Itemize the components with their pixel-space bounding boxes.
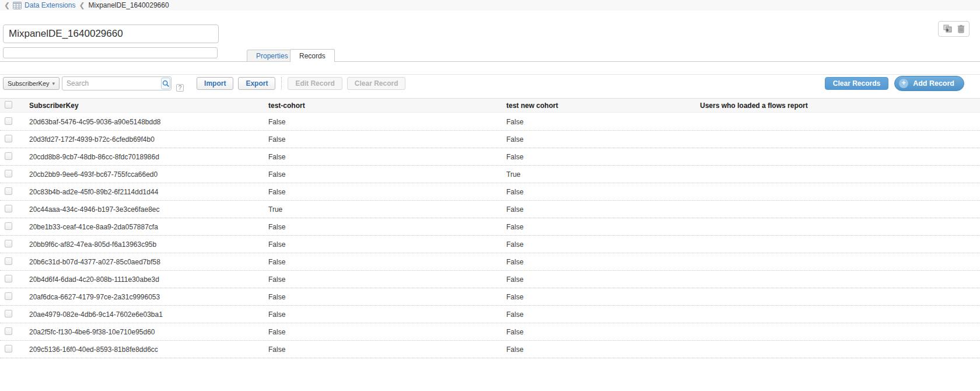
row-checkbox[interactable]: [5, 205, 12, 212]
add-record-label: Add Record: [913, 79, 954, 88]
plus-icon: +: [899, 79, 908, 88]
row-checkbox[interactable]: [5, 275, 12, 282]
help-icon[interactable]: ?: [176, 84, 184, 92]
select-all-checkbox[interactable]: [5, 101, 12, 109]
table-row[interactable]: 20c44aaa-434c-4946-b197-3e3ce6fae8ec Tru…: [0, 201, 980, 218]
cell-test-cohort: False: [262, 293, 501, 301]
row-checkbox[interactable]: [5, 345, 12, 352]
cell-subscriber-key: 20d63baf-5476-4c95-9036-a90e5148bdd8: [23, 118, 262, 126]
row-checkbox[interactable]: [5, 152, 12, 160]
export-button[interactable]: Export: [238, 77, 275, 90]
table-row[interactable]: 209c5136-16f0-40ed-8593-81b8fe8dd6cc Fal…: [0, 341, 980, 358]
table-row[interactable]: 20d3fd27-172f-4939-b72c-6cfedb69f4b0 Fal…: [0, 131, 980, 148]
cell-test-new-cohort: False: [501, 223, 694, 231]
cell-test-new-cohort: False: [501, 135, 694, 144]
column-header-test-cohort[interactable]: test-cohort: [262, 102, 501, 110]
search-icon: [162, 80, 170, 88]
row-checkbox[interactable]: [5, 292, 12, 300]
import-button[interactable]: Import: [197, 77, 233, 90]
cell-subscriber-key: 20ae4979-082e-4db6-9c14-7602e6e03ba1: [23, 310, 262, 319]
row-checkbox[interactable]: [5, 257, 12, 265]
column-header-flows-report[interactable]: Users who loaded a flows report: [694, 102, 980, 110]
row-checkbox[interactable]: [5, 222, 12, 230]
clear-records-button[interactable]: Clear Records: [825, 77, 888, 90]
search-input[interactable]: [62, 78, 161, 89]
extension-name-input[interactable]: [3, 25, 219, 43]
data-extension-records-page: ❮ Data Extensions ❮ MixpanelDE_164002966…: [0, 0, 980, 391]
cell-subscriber-key: 209c5136-16f0-40ed-8593-81b8fe8dd6cc: [23, 345, 262, 354]
cell-subscriber-key: 20a2f5fc-f130-4be6-9f38-10e710e95d60: [23, 328, 262, 336]
cell-subscriber-key: 20c83b4b-ad2e-45f0-89b2-6f2114dd1d44: [23, 188, 262, 196]
table-row[interactable]: 20be1b33-ceaf-41ce-8aa9-2da057887cfa Fal…: [0, 218, 980, 236]
row-checkbox[interactable]: [5, 327, 12, 335]
toolbar-right-group: Clear Records + Add Record: [825, 76, 977, 91]
copy-extension-icon[interactable]: [943, 25, 953, 33]
table-row[interactable]: 20a2f5fc-f130-4be6-9f38-10e710e95d60 Fal…: [0, 323, 980, 341]
cell-subscriber-key: 20d3fd27-172f-4939-b72c-6cfedb69f4b0: [23, 135, 262, 144]
edit-record-button[interactable]: Edit Record: [288, 77, 342, 90]
toolbar-separator: [281, 77, 282, 90]
search-field-dropdown[interactable]: SubscriberKey ▾: [3, 77, 60, 90]
row-checkbox[interactable]: [5, 170, 12, 177]
table-row[interactable]: 20bb9f6c-af82-47ea-805d-f6a13963c95b Fal…: [0, 236, 980, 253]
table-row[interactable]: 20c83b4b-ad2e-45f0-89b2-6f2114dd1d44 Fal…: [0, 183, 980, 201]
add-record-button[interactable]: + Add Record: [894, 76, 964, 91]
records-toolbar: SubscriberKey ▾ ? Import Export Edit Rec…: [3, 76, 977, 91]
row-checkbox[interactable]: [5, 117, 12, 125]
cell-test-cohort: False: [262, 135, 501, 144]
cell-test-new-cohort: False: [501, 240, 694, 249]
cell-subscriber-key: 20c44aaa-434c-4946-b197-3e3ce6fae8ec: [23, 205, 262, 214]
cell-test-new-cohort: False: [501, 310, 694, 319]
column-header-subscriber-key[interactable]: SubscriberKey: [23, 102, 262, 110]
data-extension-table-icon: [13, 2, 22, 9]
cell-subscriber-key: 20be1b33-ceaf-41ce-8aa9-2da057887cfa: [23, 223, 262, 231]
table-row[interactable]: 20cdd8b8-9cb7-48db-86cc-8fdc7018986d Fal…: [0, 148, 980, 166]
cell-test-cohort: False: [262, 275, 501, 284]
column-header-test-new-cohort[interactable]: test new cohort: [501, 102, 694, 110]
cell-test-cohort: True: [262, 205, 501, 214]
search-field-dropdown-value: SubscriberKey: [8, 80, 50, 87]
cell-test-new-cohort: False: [501, 153, 694, 161]
delete-extension-icon[interactable]: [957, 25, 965, 33]
cell-subscriber-key: 20b4d6f4-6dad-4c20-808b-1111e30abe3d: [23, 275, 262, 284]
table-body: 20d63baf-5476-4c95-9036-a90e5148bdd8 Fal…: [0, 113, 980, 358]
table-header-row: SubscriberKey test-cohort test new cohor…: [0, 98, 980, 113]
cell-test-cohort: False: [262, 240, 501, 249]
row-checkbox[interactable]: [5, 240, 12, 247]
clear-record-button[interactable]: Clear Record: [347, 77, 406, 90]
records-panel-divider: [0, 74, 980, 75]
cell-test-new-cohort: False: [501, 328, 694, 336]
row-checkbox[interactable]: [5, 310, 12, 317]
chevron-down-icon: ▾: [52, 81, 55, 86]
cell-test-new-cohort: False: [501, 188, 694, 196]
cell-test-new-cohort: True: [501, 170, 694, 179]
cell-test-cohort: False: [262, 170, 501, 179]
cell-test-new-cohort: False: [501, 345, 694, 354]
cell-test-cohort: False: [262, 118, 501, 126]
search-submit-button[interactable]: [161, 78, 170, 89]
cell-test-new-cohort: False: [501, 205, 694, 214]
cell-subscriber-key: 20bb9f6c-af82-47ea-805d-f6a13963c95b: [23, 240, 262, 249]
cell-test-cohort: False: [262, 258, 501, 266]
table-row[interactable]: 20d63baf-5476-4c95-9036-a90e5148bdd8 Fal…: [0, 113, 980, 131]
back-chevron-icon[interactable]: ❮: [4, 1, 10, 10]
cell-test-cohort: False: [262, 188, 501, 196]
cell-test-new-cohort: False: [501, 293, 694, 301]
tab-records[interactable]: Records: [290, 49, 335, 62]
cell-test-cohort: False: [262, 345, 501, 354]
cell-test-cohort: False: [262, 310, 501, 319]
row-checkbox[interactable]: [5, 135, 12, 142]
table-row[interactable]: 20b6c31d-b07d-4377-a027-85c0aed7bf58 Fal…: [0, 253, 980, 271]
cell-test-cohort: False: [262, 153, 501, 161]
cell-test-cohort: False: [262, 328, 501, 336]
table-row[interactable]: 20b4d6f4-6dad-4c20-808b-1111e30abe3d Fal…: [0, 271, 980, 288]
table-row[interactable]: 20ae4979-082e-4db6-9c14-7602e6e03ba1 Fal…: [0, 306, 980, 323]
row-checkbox[interactable]: [5, 187, 12, 195]
breadcrumb-data-extensions-link[interactable]: Data Extensions: [24, 1, 75, 9]
cell-test-new-cohort: False: [501, 118, 694, 126]
cell-subscriber-key: 20cdd8b8-9cb7-48db-86cc-8fdc7018986d: [23, 153, 262, 161]
table-row[interactable]: 20af6dca-6627-4179-97ce-2a31c9996053 Fal…: [0, 288, 980, 306]
external-key-input[interactable]: [3, 47, 218, 58]
table-row[interactable]: 20cb2bb9-9ee6-493f-bc67-755fcca66ed0 Fal…: [0, 166, 980, 183]
cell-test-new-cohort: False: [501, 258, 694, 266]
